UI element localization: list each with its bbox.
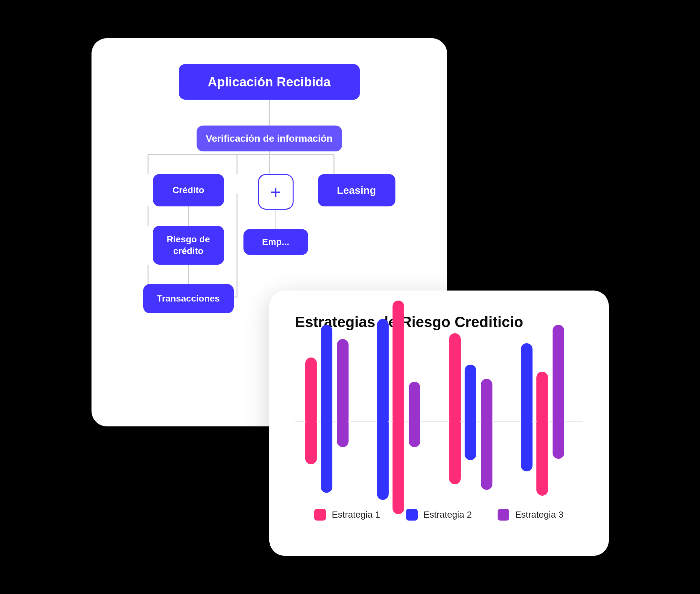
bar-g4-pink-up <box>536 372 548 422</box>
bar-g4-purple-up <box>553 325 564 422</box>
bar-g1-purple-up <box>337 339 349 422</box>
bar-group-3 <box>446 351 504 493</box>
bar-g4-blue-up <box>521 343 532 422</box>
bar-group-1 <box>302 351 360 493</box>
bar-g1-pink-down <box>305 422 317 464</box>
legend-label-3: Estrategia 3 <box>515 509 563 520</box>
bar-g4-purple-down <box>553 422 564 458</box>
bar-g2-pink-down <box>392 422 404 514</box>
bar-g4-pink-down <box>536 422 548 496</box>
bar-g1-blue-up <box>321 325 332 422</box>
node-empresa[interactable]: Emp... <box>243 229 308 255</box>
node-credito[interactable]: Crédito <box>153 174 224 206</box>
bar-g2-purple-down <box>409 422 420 447</box>
bar-g4-blue-down <box>521 422 532 471</box>
legend-dot-2 <box>406 509 418 521</box>
bar-g3-blue-down <box>465 422 476 460</box>
node-aplicacion[interactable]: Aplicación Recibida <box>179 64 360 100</box>
chart-title: Estrategias de Riesgo Crediticio <box>295 313 583 331</box>
node-verificacion[interactable]: Verificación de información <box>197 126 342 152</box>
bar-g3-blue-up <box>465 365 476 422</box>
bar-g2-blue-down <box>377 422 389 500</box>
legend-dot-1 <box>314 509 326 521</box>
bar-g2-blue-up <box>377 319 389 422</box>
legend-item-3: Estrategia 3 <box>498 509 563 521</box>
bar-g2-pink-up <box>392 301 404 422</box>
chart-groups <box>295 351 583 493</box>
bar-g3-pink-down <box>449 422 461 484</box>
scene: Aplicación Recibida Verificación de info… <box>92 38 609 556</box>
bar-g1-pink-up <box>305 358 317 422</box>
bar-g1-purple-down <box>337 422 349 447</box>
node-leasing[interactable]: Leasing <box>318 174 395 206</box>
bar-g1-blue-down <box>321 422 332 493</box>
node-transacciones[interactable]: Transacciones <box>143 284 234 313</box>
chart-legend: Estrategia 1 Estrategia 2 Estrategia 3 <box>295 509 583 521</box>
node-riesgo[interactable]: Riesgo de crédito <box>153 226 224 265</box>
legend-label-1: Estrategia 1 <box>332 509 380 520</box>
chart-area <box>295 351 583 493</box>
bar-g3-pink-up <box>449 333 461 422</box>
bar-g2-purple-up <box>409 382 420 422</box>
legend-label-2: Estrategia 2 <box>424 509 472 520</box>
legend-item-1: Estrategia 1 <box>314 509 380 521</box>
legend-dot-3 <box>498 509 509 521</box>
bar-group-2 <box>374 351 432 493</box>
chart-card: Estrategias de Riesgo Crediticio <box>269 291 609 556</box>
bar-group-4 <box>518 351 576 493</box>
bar-g3-purple-down <box>481 422 492 490</box>
legend-item-2: Estrategia 2 <box>406 509 472 521</box>
bar-g3-purple-up <box>481 379 492 422</box>
node-plus[interactable]: + <box>258 174 293 210</box>
